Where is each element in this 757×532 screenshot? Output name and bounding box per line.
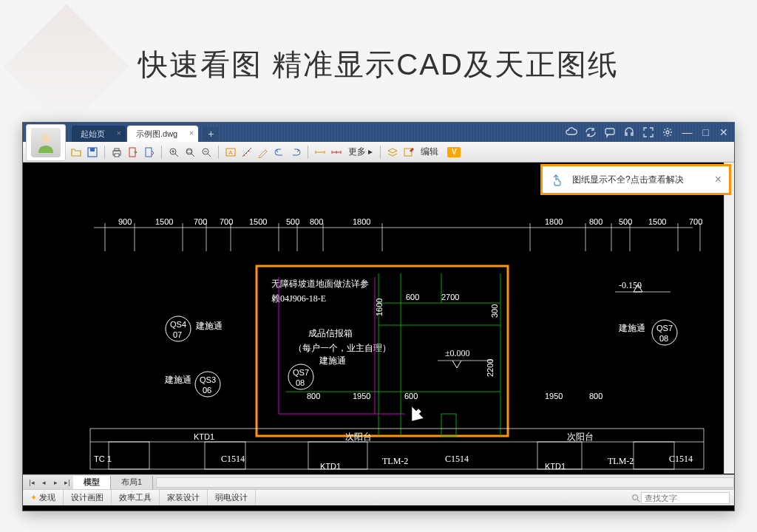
- svg-text:无障碍坡道地面做法详参: 无障碍坡道地面做法详参: [271, 279, 369, 289]
- edit-icon[interactable]: [401, 145, 416, 160]
- svg-text:700: 700: [194, 217, 207, 226]
- svg-point-2: [666, 131, 669, 134]
- last-icon[interactable]: ▸|: [61, 477, 73, 488]
- toolbar: A 更多 ▸ 编辑 V: [23, 142, 734, 163]
- status-home[interactable]: 家装设计: [160, 490, 208, 505]
- svg-text:赖04J906-18-E: 赖04J906-18-E: [271, 293, 326, 304]
- more-button[interactable]: 更多 ▸: [345, 146, 376, 158]
- dim-continue-icon[interactable]: [329, 145, 344, 160]
- close-icon[interactable]: ×: [189, 129, 194, 137]
- svg-text:QS3: QS3: [200, 375, 216, 384]
- svg-text:TLM-2: TLM-2: [382, 456, 408, 466]
- pencil-icon[interactable]: [256, 145, 271, 160]
- svg-text:±0.000: ±0.000: [445, 348, 470, 358]
- status-design[interactable]: 设计画图: [64, 490, 112, 505]
- svg-text:次阳台: 次阳台: [345, 432, 372, 442]
- drawing-canvas[interactable]: 900 1500 700 700 1500 500 800 1800 1800 …: [23, 163, 734, 474]
- svg-text:建施通: 建施通: [195, 321, 223, 331]
- undo-icon[interactable]: [272, 145, 287, 160]
- svg-text:KTD1: KTD1: [320, 462, 341, 471]
- prev-icon[interactable]: ◂: [38, 477, 50, 488]
- headset-icon[interactable]: [623, 126, 635, 138]
- svg-text:1500: 1500: [249, 217, 267, 226]
- first-icon[interactable]: |◂: [26, 477, 38, 488]
- notification-banner[interactable]: 图纸显示不全?点击查看解决 ×: [540, 164, 731, 195]
- search-input[interactable]: [641, 492, 730, 504]
- close-button[interactable]: ✕: [718, 126, 730, 138]
- fullscreen-icon[interactable]: [642, 126, 654, 138]
- svg-text:A: A: [228, 149, 233, 156]
- user-avatar[interactable]: [26, 124, 66, 161]
- svg-text:600: 600: [406, 293, 419, 301]
- svg-text:800: 800: [310, 217, 323, 226]
- status-efficiency[interactable]: 效率工具: [112, 490, 160, 505]
- status-electrical[interactable]: 弱电设计: [208, 490, 256, 505]
- statusbar: ✦发现 设计画图 效率工具 家装设计 弱电设计: [23, 489, 734, 505]
- export-dwg-icon[interactable]: [142, 145, 157, 160]
- tab-file[interactable]: 示例图.dwg×: [127, 126, 198, 142]
- svg-text:1950: 1950: [353, 392, 370, 400]
- cloud-icon[interactable]: [566, 126, 577, 138]
- vertical-scrollbar[interactable]: [724, 163, 734, 474]
- svg-text:建施通: 建施通: [164, 375, 191, 385]
- print-icon[interactable]: [109, 145, 124, 160]
- pointer-icon: [550, 172, 565, 187]
- notification-text: 图纸显示不全?点击查看解决: [572, 174, 715, 186]
- close-icon[interactable]: ×: [117, 129, 121, 137]
- svg-rect-6: [115, 149, 119, 151]
- page-headline: 快速看图 精准显示CAD及天正图纸: [0, 0, 757, 122]
- svg-rect-4: [90, 148, 95, 151]
- svg-text:TC 1: TC 1: [94, 454, 112, 463]
- svg-text:TLM-2: TLM-2: [608, 456, 634, 466]
- svg-rect-9: [146, 148, 152, 157]
- dim-linear-icon[interactable]: [313, 145, 327, 160]
- svg-text:700: 700: [689, 217, 702, 226]
- svg-text:700: 700: [220, 217, 233, 226]
- svg-text:07: 07: [173, 330, 182, 339]
- tab-model[interactable]: 模型: [73, 476, 111, 489]
- close-icon[interactable]: ×: [715, 173, 722, 186]
- svg-text:800: 800: [589, 392, 602, 400]
- svg-text:300: 300: [490, 304, 499, 318]
- vip-badge[interactable]: V: [447, 147, 461, 157]
- redo-icon[interactable]: [288, 145, 303, 160]
- maximize-button[interactable]: □: [702, 126, 710, 138]
- svg-text:800: 800: [589, 217, 602, 226]
- svg-text:KTD1: KTD1: [545, 462, 566, 471]
- open-icon[interactable]: [69, 145, 84, 160]
- svg-text:QS7: QS7: [656, 324, 673, 332]
- svg-text:建施通: 建施通: [618, 323, 645, 333]
- app-window: 起始页× 示例图.dwg× + — □ ✕ A: [22, 122, 735, 511]
- svg-rect-7: [115, 154, 119, 157]
- svg-text:2200: 2200: [486, 359, 495, 377]
- save-icon[interactable]: [85, 145, 100, 160]
- zoom-window-icon[interactable]: [183, 145, 197, 160]
- tab-start[interactable]: 起始页×: [72, 126, 126, 142]
- svg-text:1800: 1800: [545, 217, 563, 226]
- new-tab-button[interactable]: +: [203, 127, 219, 140]
- svg-text:06: 06: [203, 386, 211, 395]
- text-icon[interactable]: A: [223, 145, 238, 160]
- svg-text:次阳台: 次阳台: [567, 432, 594, 442]
- status-discover[interactable]: ✦发现: [23, 490, 64, 505]
- svg-text:（每户一个，业主自理）: （每户一个，业主自理）: [293, 343, 391, 353]
- svg-text:2700: 2700: [441, 293, 459, 301]
- zoom-in-icon[interactable]: [166, 145, 181, 160]
- export-icon[interactable]: [126, 145, 140, 160]
- minimize-button[interactable]: —: [681, 126, 694, 138]
- svg-point-0: [41, 134, 50, 143]
- chat-icon[interactable]: [604, 126, 616, 138]
- tab-layout1[interactable]: 布局1: [111, 476, 153, 489]
- svg-text:600: 600: [404, 392, 418, 400]
- svg-rect-12: [187, 150, 191, 153]
- measure-icon[interactable]: [240, 145, 254, 160]
- next-icon[interactable]: ▸: [50, 477, 61, 488]
- layer-icon[interactable]: [385, 145, 400, 160]
- zoom-extents-icon[interactable]: [199, 145, 214, 160]
- edit-button[interactable]: 编辑: [418, 146, 441, 158]
- horizontal-scrollbar[interactable]: [156, 477, 734, 488]
- svg-text:08: 08: [296, 378, 305, 387]
- svg-text:建施通: 建施通: [319, 355, 346, 366]
- gear-icon[interactable]: [662, 126, 673, 138]
- sync-icon[interactable]: [585, 126, 597, 138]
